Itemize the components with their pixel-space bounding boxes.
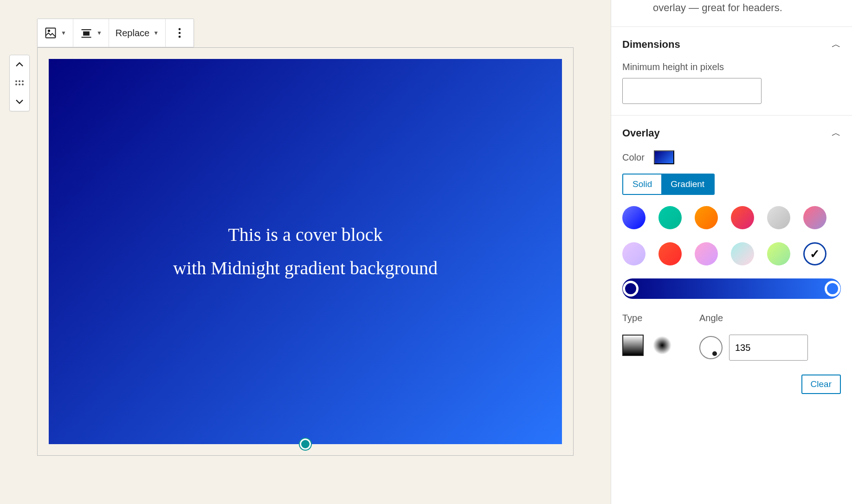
angle-input[interactable]	[729, 335, 808, 361]
cover-text-line[interactable]: with Midnight gradient background	[173, 252, 438, 285]
clear-button[interactable]: Clear	[801, 375, 841, 394]
chevron-up-icon: ︿	[832, 38, 841, 51]
gradient-bar[interactable]	[622, 278, 841, 299]
resize-handle[interactable]	[300, 439, 311, 450]
settings-sidebar: overlay — great for headers. Dimensions …	[611, 0, 852, 504]
overlay-tabs: Solid Gradient	[622, 174, 715, 195]
caret-down-icon: ▼	[61, 30, 66, 36]
gradient-type-linear[interactable]	[622, 335, 644, 356]
move-down-button[interactable]	[10, 92, 29, 111]
caret-down-icon: ▼	[153, 30, 159, 36]
chevron-down-icon	[13, 95, 26, 108]
drag-handle-button[interactable]	[10, 74, 29, 92]
gradient-preset[interactable]	[695, 206, 718, 229]
svg-point-6	[179, 32, 181, 34]
block-mover	[9, 55, 30, 111]
dimensions-panel: Dimensions ︿ Minimum height in pixels	[611, 27, 852, 116]
align-icon	[80, 26, 93, 39]
color-label: Color	[622, 152, 645, 163]
min-height-input[interactable]	[622, 78, 762, 104]
cover-block[interactable]: This is a cover block with Midnight grad…	[49, 59, 562, 444]
gradient-type-radial[interactable]	[653, 336, 671, 355]
more-vertical-icon	[173, 26, 186, 39]
overlay-panel-toggle[interactable]: Overlay ︿	[622, 127, 841, 139]
chevron-up-icon	[13, 58, 26, 71]
check-icon: ✓	[810, 247, 820, 261]
angle-label: Angle	[699, 313, 808, 323]
gradient-preset[interactable]	[622, 206, 645, 229]
svg-point-1	[48, 30, 50, 32]
gradient-presets: ✓	[622, 206, 841, 265]
color-indicator[interactable]	[654, 150, 674, 164]
more-options-button[interactable]	[166, 19, 194, 47]
svg-rect-0	[46, 28, 56, 38]
replace-label: Replace	[116, 28, 149, 39]
gradient-preset[interactable]	[658, 206, 682, 229]
gradient-preset[interactable]	[767, 206, 790, 229]
drag-icon	[15, 80, 24, 86]
panel-title: Overlay	[622, 127, 660, 139]
gradient-stop-end[interactable]	[825, 281, 840, 297]
svg-point-7	[179, 36, 181, 38]
block-outline: This is a cover block with Midnight grad…	[37, 47, 574, 456]
block-toolbar: ▼ ▼ Replace ▼	[37, 19, 194, 47]
gradient-preset[interactable]	[622, 242, 645, 265]
gradient-preset[interactable]	[731, 206, 754, 229]
angle-dial[interactable]	[699, 336, 723, 359]
dimensions-panel-toggle[interactable]: Dimensions ︿	[622, 38, 841, 51]
tab-solid[interactable]: Solid	[623, 174, 661, 194]
custom-gradient-selected[interactable]: ✓	[803, 242, 826, 265]
block-type-button[interactable]: ▼	[38, 19, 73, 47]
svg-rect-3	[84, 32, 89, 35]
svg-point-5	[179, 28, 181, 31]
gradient-preset[interactable]	[731, 242, 754, 265]
block-description: overlay — great for headers.	[611, 0, 852, 27]
gradient-preset[interactable]	[695, 242, 718, 265]
replace-button[interactable]: Replace ▼	[109, 19, 165, 47]
move-up-button[interactable]	[10, 55, 29, 74]
align-button[interactable]: ▼	[73, 19, 109, 47]
gradient-stop-start[interactable]	[623, 281, 639, 297]
panel-title: Dimensions	[622, 39, 680, 51]
caret-down-icon: ▼	[97, 30, 102, 36]
cover-text-line[interactable]: This is a cover block	[228, 218, 382, 252]
type-label: Type	[622, 313, 671, 323]
angle-dial-handle	[712, 351, 717, 356]
gradient-preset[interactable]	[658, 242, 682, 265]
tab-gradient[interactable]: Gradient	[661, 174, 714, 194]
min-height-label: Minimum height in pixels	[622, 62, 841, 72]
cover-block-icon	[44, 26, 57, 39]
gradient-preset[interactable]	[803, 206, 826, 229]
gradient-preset[interactable]	[767, 242, 790, 265]
chevron-up-icon: ︿	[832, 127, 841, 139]
overlay-panel: Overlay ︿ Color Solid Gradient ✓ Type	[611, 116, 852, 405]
